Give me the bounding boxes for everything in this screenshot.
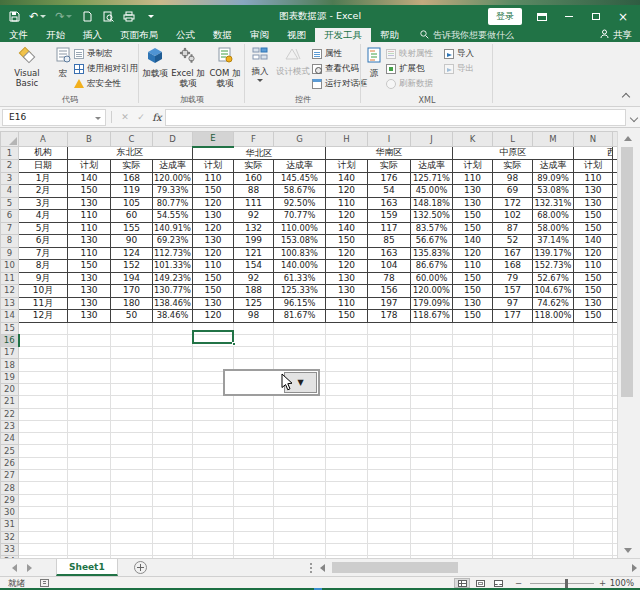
cell[interactable] xyxy=(411,482,453,494)
cell[interactable]: 实际 xyxy=(368,160,411,173)
cell[interactable]: 140.00% xyxy=(274,260,326,273)
cell[interactable] xyxy=(574,519,613,531)
row-header-17[interactable]: 17 xyxy=(1,347,19,359)
cell[interactable] xyxy=(574,457,613,469)
cell[interactable]: 140 xyxy=(326,222,368,235)
cell[interactable] xyxy=(493,543,533,555)
new-sheet-button[interactable] xyxy=(134,561,147,574)
cell[interactable]: 74.62% xyxy=(533,297,574,310)
cell[interactable] xyxy=(368,531,411,543)
cell[interactable]: 120 xyxy=(574,247,613,260)
row-header-14[interactable]: 14 xyxy=(1,310,19,323)
design-mode-button[interactable]: 设计模式 xyxy=(274,44,312,94)
cell[interactable] xyxy=(111,322,153,334)
row-header-19[interactable]: 19 xyxy=(1,371,19,383)
row-header-6[interactable]: 6 xyxy=(1,210,19,223)
cell-month[interactable]: 3月 xyxy=(19,197,68,210)
cell[interactable] xyxy=(453,494,493,506)
insert-function-icon[interactable]: fx xyxy=(149,109,165,125)
cell[interactable] xyxy=(326,482,368,494)
cell[interactable]: 125 xyxy=(234,297,274,310)
row-header-26[interactable]: 26 xyxy=(1,457,19,469)
cell[interactable] xyxy=(368,334,411,346)
minimize-button[interactable] xyxy=(562,10,576,24)
sheet-nav-next-icon[interactable] xyxy=(27,564,32,572)
cell[interactable]: 150 xyxy=(574,222,613,235)
row-header-28[interactable]: 28 xyxy=(1,482,19,494)
cell[interactable]: 98 xyxy=(493,172,533,185)
cell[interactable] xyxy=(19,470,68,482)
cell[interactable]: 167 xyxy=(493,247,533,260)
row-header-31[interactable]: 31 xyxy=(1,519,19,531)
cell[interactable] xyxy=(153,494,193,506)
cell[interactable] xyxy=(453,470,493,482)
cell[interactable]: 计划 xyxy=(326,160,368,173)
cell[interactable] xyxy=(274,531,326,543)
col-header-B[interactable]: B xyxy=(68,132,111,147)
cell[interactable]: 130 xyxy=(193,235,234,248)
cell[interactable] xyxy=(68,494,111,506)
cell[interactable] xyxy=(326,371,368,383)
cell[interactable] xyxy=(193,519,234,531)
cell[interactable] xyxy=(411,506,453,518)
cell[interactable] xyxy=(111,506,153,518)
formula-input[interactable] xyxy=(165,109,626,126)
cell[interactable]: 130 xyxy=(453,297,493,310)
cell[interactable] xyxy=(68,396,111,408)
cell[interactable]: 130 xyxy=(574,197,613,210)
cell[interactable] xyxy=(19,506,68,518)
cell[interactable] xyxy=(493,506,533,518)
cell[interactable]: 110.00% xyxy=(274,222,326,235)
cell[interactable] xyxy=(111,396,153,408)
cell[interactable]: 132.31% xyxy=(533,197,574,210)
cell[interactable] xyxy=(453,359,493,371)
col-header-I[interactable]: I xyxy=(368,132,411,147)
cell[interactable] xyxy=(574,408,613,420)
print-icon[interactable] xyxy=(123,10,135,24)
row-header-32[interactable]: 32 xyxy=(1,531,19,543)
cell[interactable] xyxy=(19,519,68,531)
cell[interactable] xyxy=(234,506,274,518)
cell[interactable]: 104 xyxy=(368,260,411,273)
cell[interactable] xyxy=(411,347,453,359)
cell[interactable] xyxy=(368,396,411,408)
select-all-corner[interactable] xyxy=(1,132,19,147)
cell[interactable]: 118.67% xyxy=(411,310,453,323)
cell[interactable] xyxy=(493,408,533,420)
normal-view-button[interactable] xyxy=(454,578,470,588)
cell[interactable]: 125.33% xyxy=(274,285,326,298)
cell[interactable]: 130 xyxy=(68,272,111,285)
cell[interactable] xyxy=(68,519,111,531)
vertical-scroll-thumb[interactable] xyxy=(621,147,633,397)
cell[interactable] xyxy=(111,543,153,555)
cell[interactable]: 54.55% xyxy=(153,210,193,223)
cell[interactable] xyxy=(153,543,193,555)
cell[interactable] xyxy=(493,494,533,506)
cell[interactable] xyxy=(493,482,533,494)
cell[interactable] xyxy=(111,445,153,457)
cell[interactable] xyxy=(574,506,613,518)
cell[interactable]: 132.50% xyxy=(411,210,453,223)
cell[interactable]: 92 xyxy=(234,272,274,285)
cell[interactable]: 135.83% xyxy=(411,247,453,260)
properties-button[interactable]: 属性 xyxy=(312,47,360,61)
import-button[interactable]: 导入 xyxy=(444,47,488,61)
cell[interactable]: 86.67% xyxy=(411,260,453,273)
cell[interactable] xyxy=(153,433,193,445)
cell[interactable]: 139.17% xyxy=(533,247,574,260)
cell[interactable]: 达成率 xyxy=(411,160,453,173)
cell[interactable]: 140 xyxy=(453,235,493,248)
tell-me-search[interactable]: 告诉我你想要做什么 xyxy=(420,28,514,42)
cell[interactable] xyxy=(68,457,111,469)
cell[interactable] xyxy=(533,519,574,531)
cell[interactable] xyxy=(234,494,274,506)
cell[interactable] xyxy=(193,482,234,494)
cell[interactable]: 69.23% xyxy=(153,235,193,248)
col-header-C[interactable]: C xyxy=(111,132,153,147)
cell[interactable]: 110 xyxy=(453,172,493,185)
fill-handle[interactable] xyxy=(232,342,236,346)
cell[interactable] xyxy=(111,482,153,494)
row-header-24[interactable]: 24 xyxy=(1,433,19,445)
cell[interactable]: 130 xyxy=(68,297,111,310)
cell[interactable]: 61.33% xyxy=(274,272,326,285)
